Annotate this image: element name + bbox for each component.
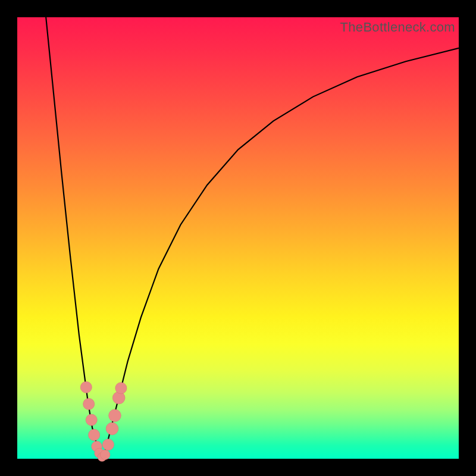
plot-area: TheBottleneck.com <box>17 17 459 459</box>
data-marker <box>101 450 110 459</box>
data-marker <box>109 409 121 422</box>
data-marker <box>83 398 95 409</box>
data-marker <box>86 414 97 425</box>
data-marker <box>102 439 114 450</box>
data-marker <box>80 381 92 393</box>
chart-frame: TheBottleneck.com <box>0 0 476 476</box>
data-marker <box>89 429 100 440</box>
data-markers <box>17 17 459 459</box>
data-marker <box>106 422 118 435</box>
data-marker <box>115 383 127 394</box>
